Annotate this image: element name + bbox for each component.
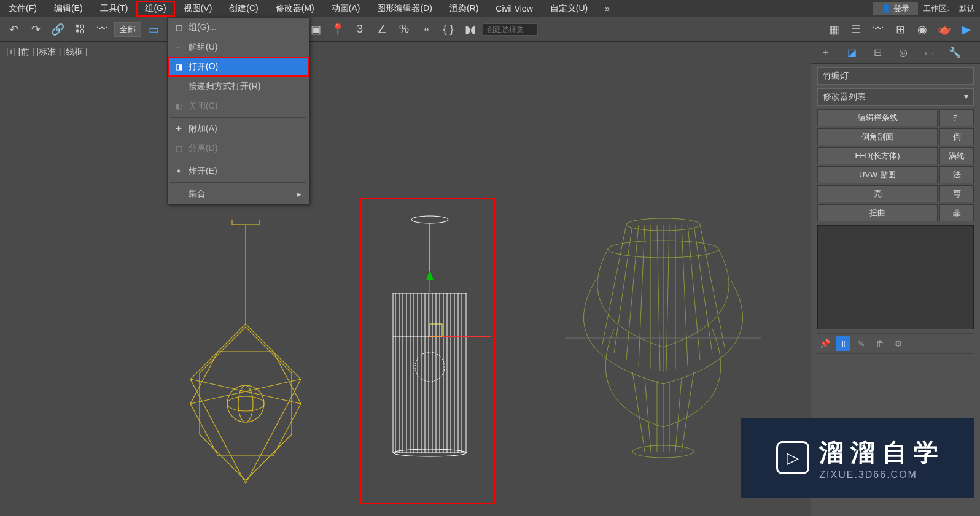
submenu-arrow-icon: ▶	[297, 191, 301, 198]
menu-item-label: 按递归方式打开(R)	[189, 81, 260, 92]
show-end-result-button[interactable]: Ⅱ	[836, 336, 850, 351]
menu-graph[interactable]: 图形编辑器(D)	[368, 1, 440, 17]
menu-item-label: 集合	[189, 188, 206, 199]
panel-tabs: ＋ ◪ ⊟ ◎ ▭ 🔧	[811, 42, 980, 64]
menu-more[interactable]: »	[596, 1, 618, 16]
render-setup-button[interactable]: 🫖	[935, 20, 954, 39]
curve-editor-button[interactable]: 〰	[868, 20, 888, 39]
svg-marker-2	[190, 324, 301, 483]
modifier-list-dropdown[interactable]: 修改器列表▾	[817, 88, 974, 106]
menu-tools[interactable]: 工具(T)	[91, 1, 137, 17]
menu-group-close: ◧关闭(C)	[168, 96, 309, 116]
menu-modifiers[interactable]: 修改器(M)	[267, 1, 323, 17]
tab-utilities[interactable]: 🔧	[946, 44, 963, 61]
configure-sets-button[interactable]: ⚙	[891, 336, 906, 351]
menu-group-open[interactable]: ◨打开(O)	[168, 57, 309, 77]
svg-line-58	[632, 372, 645, 452]
attach-icon: ✚	[174, 124, 184, 134]
svg-point-7	[227, 385, 264, 422]
mod-btn-r1[interactable]: 倒	[939, 128, 974, 145]
watermark-title: 溜 溜 自 学	[819, 436, 938, 469]
tab-hierarchy[interactable]: ⊟	[869, 44, 886, 61]
named-selection-input[interactable]	[483, 23, 538, 36]
edit-named-sel[interactable]: { }	[438, 20, 458, 39]
menu-customize[interactable]: 自定义(U)	[542, 1, 596, 17]
menu-file[interactable]: 文件(F)	[0, 1, 45, 17]
align-button[interactable]: ▦	[824, 20, 844, 39]
selection-filter[interactable]: 全部	[114, 22, 141, 37]
mod-uvw-map[interactable]: UVW 贴图	[817, 166, 938, 183]
svg-line-55	[688, 225, 700, 360]
menu-group-open-recursive[interactable]: 按递归方式打开(R)	[168, 77, 309, 96]
close-icon: ◧	[174, 101, 184, 111]
mod-bevel-profile[interactable]: 倒角剖面	[817, 128, 938, 145]
svg-marker-4	[200, 327, 292, 480]
mod-btn-r3[interactable]: 法	[939, 166, 974, 183]
menu-group-explode[interactable]: ✦炸开(E)	[168, 161, 309, 181]
watermark: ▷ 溜 溜 自 学 ZIXUE.3D66.COM	[741, 418, 974, 498]
menu-animation[interactable]: 动画(A)	[323, 1, 369, 17]
angle-snap[interactable]: ∠	[372, 20, 392, 39]
menu-views[interactable]: 视图(V)	[175, 1, 221, 17]
percent-snap[interactable]: %	[394, 20, 414, 39]
mod-btn-r2[interactable]: 涡轮	[939, 147, 974, 164]
menu-group-assembly[interactable]: 集合▶	[168, 184, 309, 204]
make-unique-button[interactable]: ✎	[854, 336, 869, 351]
workspace-value[interactable]: 默认	[954, 3, 980, 14]
menu-group-ungroup[interactable]: ▫解组(U)	[168, 37, 309, 57]
remove-modifier-button[interactable]: 🗑	[873, 336, 887, 351]
menu-group-group[interactable]: ◫组(G)...	[168, 18, 309, 37]
link-button[interactable]: 🔗	[48, 20, 68, 39]
placement-tool[interactable]: 📍	[328, 20, 348, 39]
ungroup-icon: ▫	[174, 42, 184, 52]
bind-button[interactable]: 〰	[92, 20, 112, 39]
object-bamboo-lamp	[565, 206, 761, 470]
tab-modify[interactable]: ◪	[843, 44, 860, 61]
menu-create[interactable]: 创建(C)	[220, 1, 266, 17]
tab-display[interactable]: ▭	[920, 44, 938, 61]
unlink-button[interactable]: ⛓	[70, 20, 90, 39]
menu-group-attach[interactable]: ✚附加(A)	[168, 119, 309, 139]
svg-line-46	[614, 225, 632, 353]
viewport-label[interactable]: [+] [前 ] [标准 ] [线框 ]	[6, 47, 88, 58]
undo-button[interactable]: ↶	[4, 20, 23, 39]
mod-edit-spline[interactable]: 编辑样条线	[817, 109, 938, 126]
snap-toggle[interactable]: 3	[350, 20, 370, 39]
layers-button[interactable]: ☰	[846, 20, 866, 39]
mod-shell[interactable]: 壳	[817, 185, 938, 202]
schematic-button[interactable]: ⊞	[890, 20, 910, 39]
render-button[interactable]: ▶	[957, 20, 976, 39]
mod-btn-r0[interactable]: 扌	[939, 109, 974, 126]
menu-edit[interactable]: 编辑(E)	[45, 1, 91, 17]
mirror-button[interactable]: ◗◖	[461, 20, 480, 39]
spinner-snap[interactable]: ⚬	[416, 20, 436, 39]
menu-item-label: 组(G)...	[189, 22, 217, 33]
menu-separator	[170, 117, 306, 118]
material-editor-button[interactable]: ◉	[912, 20, 932, 39]
select-tool[interactable]: ▭	[144, 20, 163, 39]
mod-btn-r4[interactable]: 弯	[939, 185, 974, 202]
svg-line-47	[626, 225, 639, 360]
watermark-url: ZIXUE.3D66.COM	[819, 469, 938, 480]
redo-button[interactable]: ↷	[26, 20, 45, 39]
toolbar: ↶ ↷ 🔗 ⛓ 〰 全部 ▭ ▤ ⬚ ◐ 视图 ✥ ⟲ ▣ 📍 3 ∠ % ⚬ …	[0, 17, 980, 42]
tab-motion[interactable]: ◎	[895, 44, 912, 61]
login-button[interactable]: 👤登录	[873, 2, 918, 15]
menu-item-label: 关闭(C)	[189, 101, 217, 112]
svg-line-63	[675, 378, 682, 452]
menu-item-label: 附加(A)	[189, 123, 217, 134]
modifier-stack[interactable]	[817, 225, 974, 329]
tab-create[interactable]: ＋	[817, 44, 834, 61]
mod-btn-r5[interactable]: 晶	[939, 204, 974, 221]
watermark-logo-icon: ▷	[776, 441, 809, 474]
svg-line-64	[682, 372, 694, 452]
menu-civilview[interactable]: Civil View	[487, 1, 541, 16]
menu-group[interactable]: 组(G)	[136, 1, 174, 17]
pin-stack-button[interactable]: 📌	[817, 336, 832, 351]
menu-render[interactable]: 渲染(R)	[441, 1, 487, 17]
object-name-field[interactable]: 竹编灯	[817, 67, 974, 85]
mod-ffd-box[interactable]: FFD(长方体)	[817, 147, 938, 164]
mod-twist[interactable]: 扭曲	[817, 204, 938, 221]
viewport[interactable]: [+] [前 ] [标准 ] [线框 ]	[0, 42, 811, 516]
svg-point-10	[411, 216, 448, 223]
